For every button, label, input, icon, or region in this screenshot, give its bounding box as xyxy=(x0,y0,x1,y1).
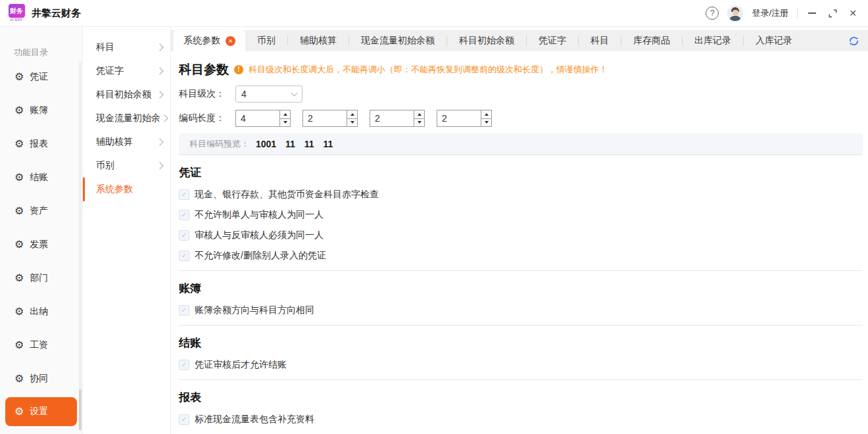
gear-icon: ⚙ xyxy=(14,340,24,350)
sidebar-item-结账[interactable]: ⚙结账 xyxy=(0,160,82,194)
submenu-item-科目初始余额[interactable]: 科目初始余额 xyxy=(83,83,170,107)
gear-icon: ⚙ xyxy=(14,206,24,216)
code-length-spinner[interactable]: 2 xyxy=(437,110,492,127)
checkbox-row: ✓凭证审核后才允许结账 xyxy=(179,359,863,371)
titlebar-divider xyxy=(797,9,798,18)
sidebar-item-label: 部门 xyxy=(30,272,48,284)
checkbox[interactable]: ✓ xyxy=(179,251,189,261)
sidebar-item-label: 设置 xyxy=(30,406,48,418)
avatar-body xyxy=(729,16,741,21)
checkbox[interactable]: ✓ xyxy=(179,305,189,316)
sidebar-item-资产[interactable]: ⚙资产 xyxy=(0,194,82,228)
checkbox[interactable]: ✓ xyxy=(179,189,189,200)
spinner-up-button[interactable] xyxy=(347,110,357,119)
help-icon[interactable]: ? xyxy=(706,7,719,20)
gear-icon: ⚙ xyxy=(14,172,24,183)
login-register-link[interactable]: 登录/注册 xyxy=(752,7,788,19)
sidebar-item-工资[interactable]: ⚙工资 xyxy=(0,328,82,362)
chevron-right-icon xyxy=(156,91,163,98)
checkbox-row: ✓不允许制单人与审核人为同一人 xyxy=(179,209,863,221)
sidebar-scrollbar-track xyxy=(79,61,82,431)
chevron-right-icon xyxy=(160,114,168,122)
section-divider xyxy=(179,379,863,380)
code-length-group: 4222 xyxy=(235,110,504,127)
tab-active[interactable]: 系统参数 ✕ xyxy=(174,30,245,51)
submenu-item-label: 币别 xyxy=(96,160,114,172)
avatar[interactable] xyxy=(727,5,743,21)
checkbox-label: 账簿余额方向与科目方向相同 xyxy=(195,304,314,316)
checkbox[interactable]: ✓ xyxy=(179,360,189,370)
app-window: 财务 AI·ERP 井擎云财务 ? 登录/注册 ✕ xyxy=(0,0,868,434)
titlebar: 财务 AI·ERP 井擎云财务 ? 登录/注册 ✕ xyxy=(0,0,868,27)
warning-icon: ! xyxy=(234,65,243,74)
main-panel: 系统参数 ✕ 币别辅助核算现金流量初始余额科目初始余额凭证字科目库存商品出库记录… xyxy=(171,27,868,434)
submenu-item-科目[interactable]: 科目 xyxy=(83,36,170,59)
sidebar-item-凭证[interactable]: ⚙凭证 xyxy=(0,60,82,93)
code-length-spinner[interactable]: 4 xyxy=(235,110,291,127)
submenu-item-辅助核算[interactable]: 辅助核算 xyxy=(83,130,170,154)
checkbox[interactable]: ✓ xyxy=(179,230,189,241)
page-title: 科目参数 xyxy=(179,61,229,78)
spinner-buttons xyxy=(279,110,290,126)
gear-icon: ⚙ xyxy=(14,273,24,283)
submenu-item-币别[interactable]: 币别 xyxy=(83,154,170,178)
checkbox-label: 不允许制单人与审核人为同一人 xyxy=(195,209,324,221)
checkbox[interactable]: ✓ xyxy=(179,414,189,425)
tab-入库记录[interactable]: 入库记录 xyxy=(744,30,804,51)
spinner-down-button[interactable] xyxy=(481,119,491,127)
spinner-down-button[interactable] xyxy=(414,119,424,127)
tab-币别[interactable]: 币别 xyxy=(245,30,287,51)
spinner-down-button[interactable] xyxy=(347,119,357,127)
spinner-up-button[interactable] xyxy=(481,110,491,119)
submenu-item-系统参数[interactable]: 系统参数 xyxy=(83,178,170,201)
subject-level-value: 4 xyxy=(241,89,247,99)
checkbox-row: ✓不允许修改/删除别人录入的凭证 xyxy=(179,250,863,262)
gear-icon: ⚙ xyxy=(14,306,24,317)
tab-科目[interactable]: 科目 xyxy=(579,30,621,51)
close-button[interactable]: ✕ xyxy=(847,7,859,19)
tab-凭证字[interactable]: 凭证字 xyxy=(527,30,578,51)
subject-level-label: 科目级次： xyxy=(179,88,235,100)
spinner-value: 2 xyxy=(437,110,481,126)
code-length-spinner[interactable]: 2 xyxy=(370,110,425,127)
sidebar-item-协同[interactable]: ⚙协同 xyxy=(0,362,82,395)
section-title: 凭证 xyxy=(179,165,863,180)
section-divider xyxy=(179,325,863,326)
sidebar-item-出纳[interactable]: ⚙出纳 xyxy=(0,295,82,328)
avatar-face xyxy=(733,10,738,15)
sidebar-item-部门[interactable]: ⚙部门 xyxy=(0,261,82,295)
submenu-item-凭证字[interactable]: 凭证字 xyxy=(83,59,170,83)
tab-出库记录[interactable]: 出库记录 xyxy=(683,30,743,51)
code-length-spinner[interactable]: 2 xyxy=(302,110,358,127)
gear-icon: ⚙ xyxy=(14,139,24,149)
spinner-value: 2 xyxy=(370,110,414,126)
minimize-button[interactable] xyxy=(806,7,818,19)
sidebar-nav: ⚙凭证⚙账簿⚙报表⚙结账⚙资产⚙发票⚙部门⚙出纳⚙工资⚙协同⚙设置 xyxy=(0,60,82,426)
sidebar-item-label: 报表 xyxy=(30,138,48,150)
checkbox[interactable]: ✓ xyxy=(179,210,189,220)
tab-科目初始余额[interactable]: 科目初始余额 xyxy=(447,30,526,51)
tab-active-label: 系统参数 xyxy=(183,35,220,47)
gear-icon: ⚙ xyxy=(14,374,24,384)
maximize-icon xyxy=(829,9,837,18)
checkbox-row: ✓标准现金流量表包含补充资料 xyxy=(179,414,863,425)
tab-辅助核算[interactable]: 辅助核算 xyxy=(288,30,349,51)
sidebar-item-账簿[interactable]: ⚙账簿 xyxy=(0,93,82,127)
tab-现金流量初始余额[interactable]: 现金流量初始余额 xyxy=(349,30,446,51)
refresh-button[interactable] xyxy=(848,36,859,47)
sidebar-scrollbar-thumb[interactable] xyxy=(79,389,82,430)
maximize-button[interactable] xyxy=(827,7,838,19)
spinner-value: 4 xyxy=(236,110,279,126)
section-结账: 结账✓凭证审核后才允许结账 xyxy=(179,335,863,371)
spinner-down-button[interactable] xyxy=(280,119,290,127)
spinner-up-button[interactable] xyxy=(414,110,424,119)
submenu-item-现金流量初始余[interactable]: 现金流量初始余 xyxy=(83,107,170,130)
subject-level-select[interactable]: 4 xyxy=(235,85,302,103)
sidebar-item-设置[interactable]: ⚙设置 xyxy=(5,397,77,426)
tab-close-icon[interactable]: ✕ xyxy=(226,36,235,46)
tab-库存商品[interactable]: 库存商品 xyxy=(621,30,682,51)
logo-subtext: AI·ERP xyxy=(10,18,22,22)
spinner-up-button[interactable] xyxy=(280,110,290,119)
sidebar-item-发票[interactable]: ⚙发票 xyxy=(0,228,82,261)
sidebar-item-报表[interactable]: ⚙报表 xyxy=(0,127,82,160)
